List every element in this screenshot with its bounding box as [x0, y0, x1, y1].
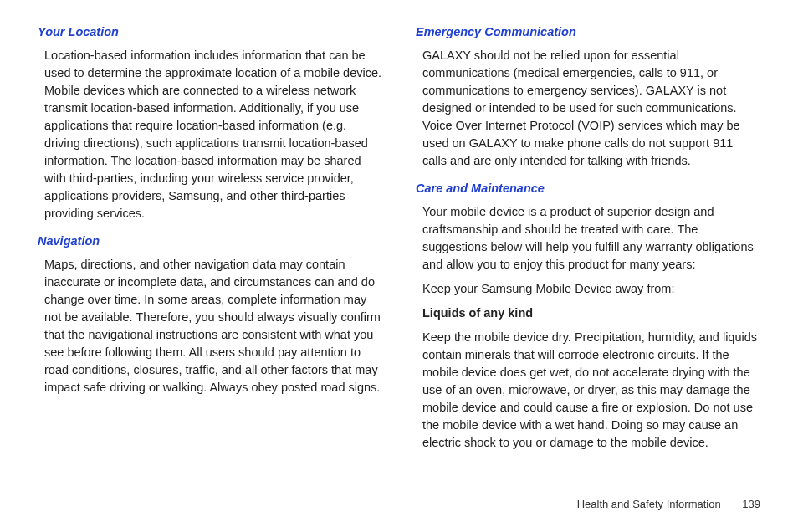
heading-your-location: Your Location	[38, 25, 382, 38]
body-care-maintenance-2: Keep your Samsung Mobile Device away fro…	[416, 280, 760, 298]
body-care-maintenance-1: Your mobile device is a product of super…	[416, 203, 760, 274]
heading-navigation: Navigation	[38, 234, 382, 248]
page-content: Your Location Location-based information…	[0, 0, 798, 458]
footer-page-number: 139	[742, 498, 760, 510]
body-liquids: Keep the mobile device dry. Precipitatio…	[416, 329, 760, 452]
right-column: Emergency Communication GALAXY should no…	[416, 25, 760, 458]
left-column: Your Location Location-based information…	[38, 25, 382, 458]
heading-care-maintenance: Care and Maintenance	[416, 182, 760, 195]
footer-section-title: Health and Safety Information	[577, 498, 721, 510]
body-emergency-communication: GALAXY should not be relied upon for ess…	[416, 47, 760, 170]
body-your-location: Location-based information includes info…	[38, 47, 382, 223]
heading-emergency-communication: Emergency Communication	[416, 25, 760, 38]
subheading-liquids: Liquids of any kind	[416, 304, 760, 322]
page-footer: Health and Safety Information 139	[577, 498, 760, 510]
body-navigation: Maps, directions, and other navigation d…	[38, 256, 382, 396]
